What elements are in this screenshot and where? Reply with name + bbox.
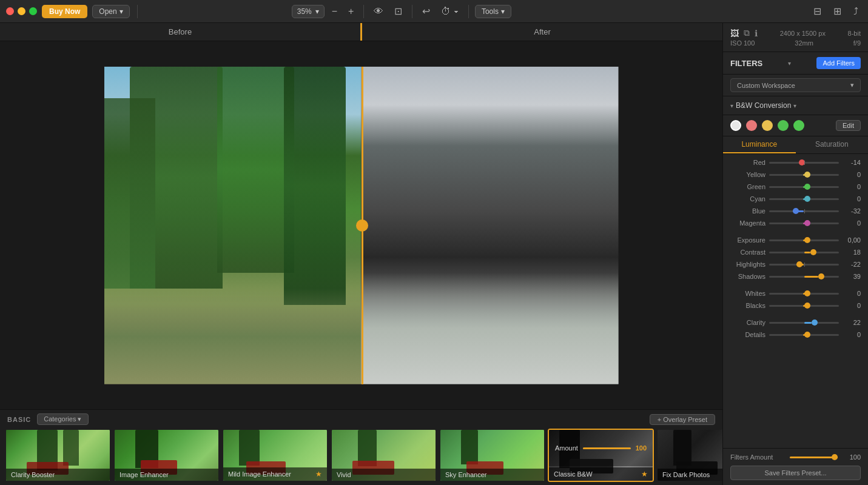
open-button[interactable]: Open ▾ xyxy=(92,5,129,18)
zoom-in-button[interactable]: + xyxy=(345,5,357,18)
contrast-slider-track[interactable] xyxy=(769,252,839,253)
categories-button[interactable]: Categories ▾ xyxy=(37,413,88,425)
cyan-slider-track[interactable] xyxy=(769,198,839,200)
whites-slider-track[interactable] xyxy=(769,293,839,295)
details-value: 0 xyxy=(843,331,861,338)
save-preset-button[interactable]: Save Filters Preset... xyxy=(730,466,861,480)
bottom-area: Filters Amount 100 Save Filters Preset..… xyxy=(723,448,868,485)
highlights-slider-row: Highlights -22 xyxy=(723,258,868,270)
tab-luminance[interactable]: Luminance xyxy=(723,136,796,153)
color-dot-white[interactable] xyxy=(730,120,741,131)
split-view-divider[interactable] xyxy=(362,67,363,384)
preset-item-image-enhancer[interactable]: Image Enhancer xyxy=(113,429,220,482)
yellow-slider-track[interactable] xyxy=(769,174,839,176)
magenta-slider-handle[interactable] xyxy=(804,220,810,226)
filters-amount-track[interactable] xyxy=(790,457,838,458)
undo-button[interactable]: ↩ xyxy=(419,4,434,18)
zoom-chevron: ▾ xyxy=(315,7,319,16)
highlights-slider-handle[interactable] xyxy=(796,261,802,267)
image-icon[interactable]: 🖼 xyxy=(730,28,739,38)
magenta-slider-row: Magenta 0 xyxy=(723,217,868,229)
bw-chevron-icon: ▾ xyxy=(730,102,733,109)
edit-button[interactable]: Edit xyxy=(836,120,861,131)
color-dot-green[interactable] xyxy=(778,120,789,131)
shadows-label: Shadows xyxy=(730,273,765,280)
preset-label: Fix Dark Photos xyxy=(658,469,722,481)
split-handle[interactable] xyxy=(356,219,368,232)
yellow-slider-handle[interactable] xyxy=(804,172,810,178)
toolbar-separator-4 xyxy=(468,5,469,18)
workspace-button[interactable]: Custom Workspace ▾ xyxy=(730,78,861,92)
highlights-slider-track[interactable] xyxy=(769,264,839,266)
preset-label: Vivid xyxy=(332,469,436,481)
toolbar-separator-2 xyxy=(363,5,364,18)
tools-button[interactable]: Tools ▾ xyxy=(475,5,511,18)
filters-amount-handle[interactable] xyxy=(832,454,838,460)
clarity-value: 22 xyxy=(843,319,861,326)
clarity-slider-track[interactable] xyxy=(769,322,839,324)
exposure-slider-handle[interactable] xyxy=(804,237,810,243)
sliders-button[interactable]: ⊞ xyxy=(830,4,845,18)
preset-item-classic-bw[interactable]: Amount 100 Classic B&W ★ xyxy=(548,429,654,482)
tab-saturation[interactable]: Saturation xyxy=(796,136,869,153)
shadows-slider-handle[interactable] xyxy=(818,273,824,279)
buy-now-button[interactable]: Buy Now xyxy=(42,5,87,18)
exposure-label: Exposure xyxy=(730,236,765,244)
preset-item-vivid[interactable]: Vivid xyxy=(331,429,437,482)
blacks-slider-handle[interactable] xyxy=(804,303,810,309)
contrast-slider-handle[interactable] xyxy=(810,249,816,255)
details-slider-track[interactable] xyxy=(769,334,839,336)
maximize-button[interactable] xyxy=(29,7,37,15)
history-button[interactable]: ⏱ ▾ xyxy=(437,5,462,18)
bw-conversion-header[interactable]: ▾ B&W Conversion ▾ xyxy=(723,96,868,115)
adjustments-button[interactable]: ⊟ xyxy=(810,4,825,18)
add-filters-button[interactable]: Add Filters xyxy=(816,57,861,69)
blacks-slider-track[interactable] xyxy=(769,305,839,307)
filters-chevron-icon[interactable]: ▾ xyxy=(788,60,791,67)
color-dot-lime[interactable] xyxy=(793,120,804,131)
magenta-slider-track[interactable] xyxy=(769,222,839,224)
minimize-button[interactable] xyxy=(18,7,25,15)
info-icon[interactable]: ℹ xyxy=(755,28,758,38)
magenta-value: 0 xyxy=(843,219,861,227)
filter-section: ▾ B&W Conversion ▾ Edit Luminance Satura… xyxy=(723,96,868,448)
workspace-chevron-icon: ▾ xyxy=(850,81,854,89)
shadows-slider-track[interactable] xyxy=(769,276,839,278)
preset-item-sky-enhancer[interactable]: Sky Enhancer xyxy=(439,429,545,482)
blacks-slider-row: Blacks 0 xyxy=(723,299,868,312)
tools-chevron: ▾ xyxy=(501,7,505,16)
red-slider-track[interactable] xyxy=(769,162,839,164)
blue-value: -32 xyxy=(843,207,861,215)
yellow-slider-row: Yellow 0 xyxy=(723,169,868,181)
clarity-slider-handle[interactable] xyxy=(812,319,818,326)
close-button[interactable] xyxy=(6,7,14,15)
color-dot-yellow[interactable] xyxy=(762,120,773,131)
color-dot-red[interactable] xyxy=(746,120,757,131)
preset-item-fix-dark-photos[interactable]: Fix Dark Photos xyxy=(656,429,722,482)
zoom-out-button[interactable]: − xyxy=(328,5,341,18)
clarity-slider-row: Clarity 22 xyxy=(723,316,868,329)
eye-button[interactable]: 👁 xyxy=(370,5,387,18)
green-slider-handle[interactable] xyxy=(804,184,810,190)
layers-icon[interactable]: ⧉ xyxy=(744,28,750,38)
compare-button[interactable]: ⊡ xyxy=(391,4,406,18)
details-slider-handle[interactable] xyxy=(804,332,810,338)
shadows-value: 39 xyxy=(843,273,861,280)
green-slider-track[interactable] xyxy=(769,186,839,188)
exposure-slider-track[interactable] xyxy=(769,239,839,241)
filters-amount-label: Filters Amount xyxy=(730,453,785,461)
cyan-slider-handle[interactable] xyxy=(804,196,810,202)
preset-star-icon: ★ xyxy=(315,470,322,478)
color-dots-row: Edit xyxy=(723,115,868,136)
toolbar-separator xyxy=(137,5,138,18)
blue-slider-track[interactable] xyxy=(769,210,839,212)
preset-item-clarity-booster[interactable]: Clarity Booster xyxy=(5,429,111,482)
export-button[interactable]: ⤴ xyxy=(850,5,862,18)
overlay-preset-button[interactable]: + Overlay Preset xyxy=(650,414,715,425)
whites-slider-handle[interactable] xyxy=(804,290,810,296)
blue-slider-handle[interactable] xyxy=(793,208,799,214)
red-value: -14 xyxy=(843,159,861,166)
preset-item-mild-image-enhancer[interactable]: Mild Image Enhancer ★ xyxy=(222,429,328,482)
filter-tabs: Luminance Saturation xyxy=(723,136,868,154)
canvas-area[interactable] xyxy=(0,41,722,409)
